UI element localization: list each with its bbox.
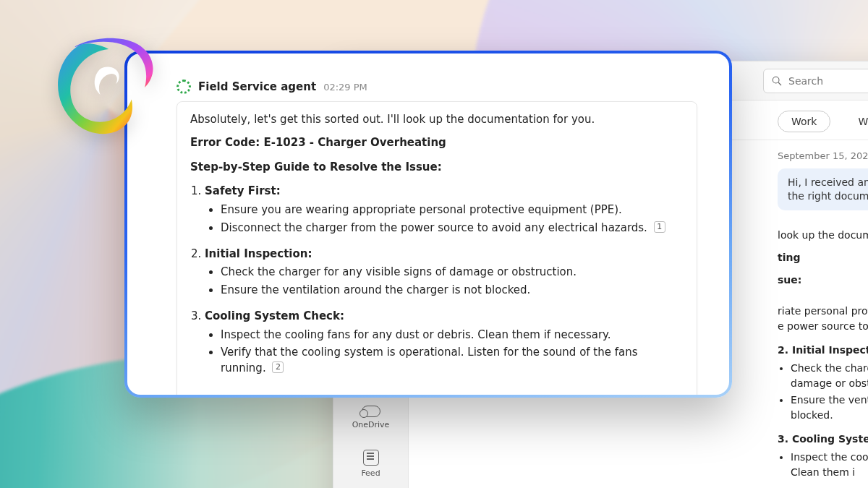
error-code-line: Error Code: E-1023 - Charger Overheating (190, 135, 684, 151)
agent-name: Field Service agent (198, 80, 316, 93)
steps-list: Safety First: Ensure you are wearing app… (190, 184, 684, 377)
copilot-logo-icon (41, 27, 165, 147)
agent-message: Absolutely, let's get this sorted out. I… (176, 101, 697, 395)
search-placeholder: Search (788, 75, 823, 87)
tab-work[interactable]: Work (778, 111, 830, 132)
search-icon (771, 75, 783, 87)
step-bullet: Ensure the ventilation around the charge… (221, 283, 684, 299)
agent-reply-partial: look up the documentation ting sue: riat… (778, 228, 868, 480)
citation-badge[interactable]: 2 (272, 361, 284, 373)
foreground-chat-card: Field Service agent 02:29 PM Absolutely,… (124, 51, 732, 398)
step-bullet: Verify that the cooling system is operat… (221, 345, 684, 377)
svg-point-0 (773, 77, 779, 83)
message-header: Field Service agent 02:29 PM (176, 80, 697, 94)
step-2: Initial Inspection: Check the charger fo… (205, 247, 684, 299)
step-bullet: Disconnect the charger from the power so… (221, 221, 684, 236)
tab-web[interactable]: Web (845, 111, 868, 132)
step-title: Cooling System Check: (205, 309, 344, 322)
loading-spinner-icon (176, 80, 191, 94)
step-title: Safety First: (205, 184, 281, 197)
citation-badge[interactable]: 1 (654, 221, 665, 233)
chat-timestamp: September 15, 2024, 1:3 (778, 150, 868, 161)
step-1: Safety First: Ensure you are wearing app… (205, 184, 684, 236)
step-title: Initial Inspection: (205, 247, 312, 260)
sidebar-label: Feed (361, 468, 380, 478)
guide-title: Step-by-Step Guide to Resolve the Issue: (190, 160, 684, 176)
step-bullet: Check the charger for any visible signs … (221, 265, 684, 281)
step-3: Cooling System Check: Inspect the coolin… (205, 309, 684, 377)
user-message: Hi, I received an e the right docume (778, 168, 868, 210)
sidebar-item-feed[interactable]: Feed (342, 445, 400, 482)
svg-line-1 (778, 82, 781, 85)
feed-icon (363, 450, 379, 466)
message-time: 02:29 PM (323, 82, 367, 93)
intro-text: Absolutely, let's get this sorted out. I… (190, 112, 684, 128)
sidebar-item-onedrive[interactable]: OneDrive (342, 401, 400, 434)
step-bullet: Ensure you are wearing appropriate perso… (221, 202, 684, 218)
cloud-icon (362, 406, 380, 417)
step-bullet: Inspect the cooling fans for any dust or… (221, 328, 684, 343)
sidebar-label: OneDrive (352, 420, 390, 429)
search-input[interactable]: Search (763, 69, 868, 93)
